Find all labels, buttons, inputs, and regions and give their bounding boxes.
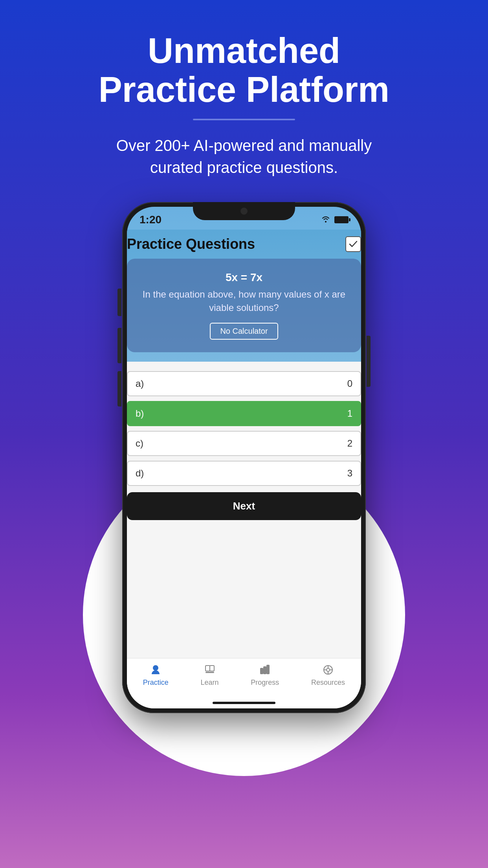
question-math: 5x = 7x [136,271,352,284]
screen-header: Practice Questions [127,236,361,252]
screen-title: Practice Questions [127,236,255,252]
check-box[interactable] [345,236,361,252]
practice-icon [149,663,163,677]
svg-rect-5 [263,666,266,674]
tab-resources[interactable]: Resources [311,663,345,687]
svg-rect-2 [210,666,214,671]
status-time: 1:20 [139,213,161,226]
answer-value-c: 2 [347,438,352,449]
progress-tab-label: Progress [251,679,279,687]
camera [240,208,248,215]
answer-letter-d: d) [136,468,144,479]
next-button-label: Next [233,500,255,512]
resources-icon [321,663,335,677]
header-section: Unmatched Practice Platform Over 200+ AI… [0,0,488,194]
next-button[interactable]: Next [127,492,361,520]
volume-up-button [117,328,121,363]
main-title: Unmatched Practice Platform [99,31,389,109]
answer-value-b: 1 [347,408,352,419]
question-section: Practice Questions 5x = 7x In the equati… [127,230,361,362]
subtitle: Over 200+ AI-powered and manually curate… [106,134,382,178]
answer-option-c[interactable]: c) 2 [127,431,361,456]
power-button [367,336,371,387]
tab-bar: Practice Learn [127,658,361,697]
svg-point-0 [153,665,158,671]
tab-progress[interactable]: Progress [251,663,279,687]
home-indicator [127,697,361,708]
svg-rect-1 [205,666,210,671]
answer-value-d: 3 [347,468,352,479]
answer-letter-b: b) [136,408,144,419]
answer-letter-a: a) [136,378,144,389]
phone-screen: 1:20 Practice Questions [127,207,361,708]
title-line2: Practice Platform [99,70,389,109]
answer-option-d[interactable]: d) 3 [127,461,361,486]
phone-container: 1:20 Practice Questions [110,202,378,745]
answer-option-a[interactable]: a) 0 [127,371,361,396]
learn-tab-label: Learn [201,679,219,687]
progress-icon [258,663,272,677]
svg-rect-3 [205,672,214,673]
notch [193,202,295,220]
wifi-icon [321,215,330,225]
status-icons [321,215,349,225]
tab-practice[interactable]: Practice [143,663,169,687]
volume-down-button [117,371,121,406]
home-bar [213,702,275,704]
answer-option-b[interactable]: b) 1 [127,401,361,426]
question-text: In the equation above, how many values o… [136,288,352,314]
svg-point-8 [327,668,330,671]
answer-letter-c: c) [136,438,143,449]
no-calculator-badge: No Calculator [210,323,278,340]
tab-learn[interactable]: Learn [201,663,219,687]
answer-value-a: 0 [347,378,352,389]
battery-icon [334,216,349,223]
learn-icon [203,663,217,677]
title-line1: Unmatched [148,31,340,70]
svg-rect-6 [266,665,270,674]
practice-tab-label: Practice [143,679,169,687]
resources-tab-label: Resources [311,679,345,687]
answers-section: a) 0 b) 1 c) 2 d) 3 Next [127,362,361,658]
question-card: 5x = 7x In the equation above, how many … [127,259,361,352]
phone-device: 1:20 Practice Questions [122,202,366,713]
svg-rect-4 [260,668,263,674]
title-divider [193,119,295,120]
